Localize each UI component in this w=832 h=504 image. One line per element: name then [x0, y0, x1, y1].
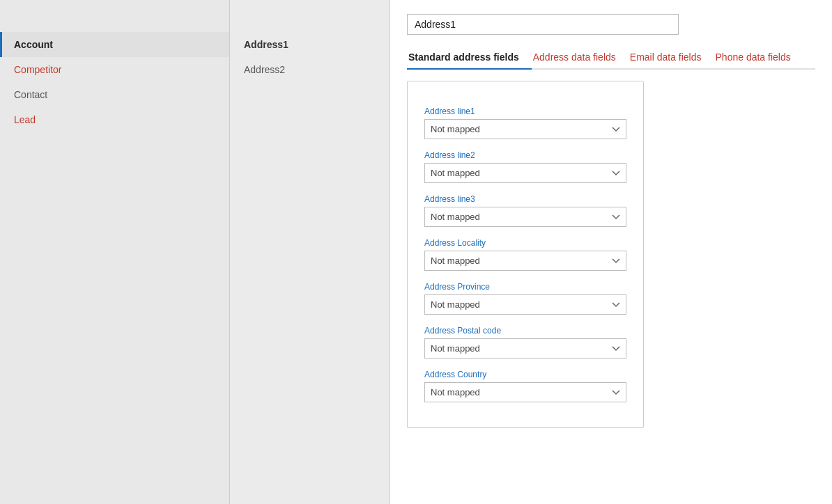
name-input[interactable]: [407, 14, 679, 35]
field-group-address-locality: Address LocalityNot mapped: [424, 238, 626, 271]
entities-header: [0, 0, 229, 15]
entity-item-account[interactable]: Account: [0, 32, 229, 57]
field-select-address-line2[interactable]: Not mapped: [424, 163, 626, 183]
field-select-address-line1[interactable]: Not mapped: [424, 119, 626, 139]
field-select-address-line3[interactable]: Not mapped: [424, 207, 626, 227]
mapping-item-address2[interactable]: Address2: [230, 57, 390, 82]
tabs-row: Standard address fieldsAddress data fiel…: [407, 46, 815, 70]
tab-address-data-fields[interactable]: Address data fields: [532, 46, 629, 70]
tab-email-data-fields[interactable]: Email data fields: [629, 46, 714, 70]
address-card: Address line1Not mappedAddress line2Not …: [407, 81, 644, 428]
entity-item-competitor[interactable]: Competitor: [0, 57, 229, 82]
field-group-address-line1: Address line1Not mapped: [424, 107, 626, 139]
field-group-address-line3: Address line3Not mapped: [424, 194, 626, 227]
field-select-address-country[interactable]: Not mapped: [424, 382, 626, 402]
name-section: [407, 11, 815, 35]
field-select-address-postal-code[interactable]: Not mapped: [424, 338, 626, 359]
field-label-address-locality: Address Locality: [424, 238, 626, 248]
entity-item-contact[interactable]: Contact: [0, 82, 229, 107]
field-group-address-line2: Address line2Not mapped: [424, 150, 626, 183]
entities-panel: AccountCompetitorContactLead: [0, 0, 230, 504]
field-label-address-postal-code: Address Postal code: [424, 326, 626, 336]
field-label-address-line2: Address line2: [424, 150, 626, 160]
field-select-address-locality[interactable]: Not mapped: [424, 251, 626, 271]
mapping-item-address1[interactable]: Address1: [230, 32, 390, 57]
entity-item-lead[interactable]: Lead: [0, 107, 229, 132]
mappings-panel: Address1Address2: [230, 0, 390, 504]
entities-list: AccountCompetitorContactLead: [0, 15, 229, 132]
field-label-address-line1: Address line1: [424, 107, 626, 116]
tab-standard-address-fields[interactable]: Standard address fields: [407, 46, 532, 70]
tab-phone-data-fields[interactable]: Phone data fields: [714, 46, 803, 70]
field-select-address-province[interactable]: Not mapped: [424, 294, 626, 315]
field-group-address-postal-code: Address Postal codeNot mapped: [424, 326, 626, 359]
field-group-address-province: Address ProvinceNot mapped: [424, 282, 626, 315]
field-label-address-province: Address Province: [424, 282, 626, 292]
mappings-header: [230, 0, 390, 15]
detail-panel: Standard address fieldsAddress data fiel…: [390, 0, 832, 504]
field-label-address-country: Address Country: [424, 370, 626, 379]
field-group-address-country: Address CountryNot mapped: [424, 370, 626, 402]
field-label-address-line3: Address line3: [424, 194, 626, 204]
